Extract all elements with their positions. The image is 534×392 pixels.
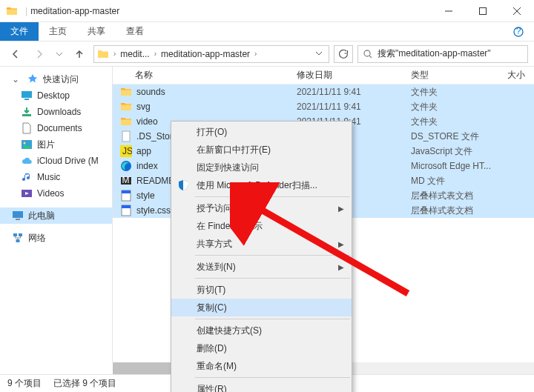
chevron-right-icon: ▶ (338, 263, 344, 271)
maximize-button[interactable] (466, 0, 500, 21)
sidebar-item[interactable]: iCloud Drive (M (0, 153, 112, 169)
column-headers[interactable]: 名称 修改日期 类型 大小 (113, 67, 534, 84)
ctx-defender-scan[interactable]: 使用 Microsoft Defender扫描... (171, 176, 352, 194)
shield-icon (177, 179, 189, 191)
svg-rect-6 (22, 114, 31, 116)
svg-rect-0 (480, 7, 487, 14)
ctx-rename[interactable]: 重命名(M) (171, 357, 352, 375)
svg-point-8 (24, 142, 26, 144)
file-name: README (136, 176, 174, 186)
svg-rect-22 (122, 190, 131, 193)
home-tab[interactable]: 主页 (39, 22, 77, 41)
share-tab[interactable]: 共享 (77, 22, 116, 41)
search-icon (363, 49, 373, 59)
back-button[interactable] (6, 44, 25, 64)
sidebar-item[interactable]: Downloads (0, 104, 112, 120)
music-icon (21, 171, 33, 183)
file-row[interactable]: svg2021/11/11 9:41文件夹 (113, 99, 534, 114)
ctx-open-new-window[interactable]: 在新窗口中打开(E) (171, 141, 352, 159)
title-bar: | meditation-app-master (0, 0, 534, 22)
chevron-right-icon: › (113, 50, 116, 58)
ctx-grant-access[interactable]: 授予访问权限(G)▶ (171, 199, 352, 217)
star-icon (27, 73, 39, 85)
ctx-open[interactable]: 打开(O) (171, 123, 352, 141)
context-divider (195, 377, 350, 378)
sidebar-this-pc[interactable]: 此电脑 (0, 207, 112, 224)
file-type: 层叠样式表文档 (411, 190, 507, 202)
file-name: app (136, 146, 151, 156)
svg-rect-13 (19, 233, 22, 236)
downloads-icon (21, 106, 33, 118)
file-tab[interactable]: 文件 (0, 22, 39, 41)
context-divider (195, 319, 350, 319)
sidebar-network[interactable]: 网络 (0, 230, 112, 246)
ctx-share-with[interactable]: 共享方式▶ (171, 235, 352, 253)
window-title: meditation-app-master (30, 6, 432, 16)
breadcrumb[interactable]: › medit... › meditation-app-master › (93, 45, 329, 63)
ctx-pin-quick[interactable]: 固定到快速访问 (171, 159, 352, 176)
col-type[interactable]: 类型 (411, 69, 507, 82)
file-name: sounds (136, 87, 165, 97)
file-type: DS_STORE 文件 (411, 130, 507, 143)
ctx-show-finder[interactable]: 在 Finder 中显示 (171, 217, 352, 235)
file-row[interactable]: sounds2021/11/11 9:41文件夹 (113, 84, 534, 99)
desktop-icon (21, 90, 33, 102)
ctx-delete[interactable]: 删除(D) (171, 339, 352, 357)
svg-rect-5 (24, 99, 29, 100)
file-type: JavaScript 文件 (411, 145, 507, 158)
context-menu: 打开(O) 在新窗口中打开(E) 固定到快速访问 使用 Microsoft De… (171, 121, 352, 392)
close-button[interactable] (500, 0, 534, 21)
ctx-cut[interactable]: 剪切(T) (171, 281, 352, 299)
sidebar-quick-access[interactable]: ⌄ 快速访问 (0, 71, 112, 87)
chevron-down-icon: ⌄ (12, 74, 19, 84)
file-type: 文件夹 (411, 86, 507, 99)
svg-text:M↓: M↓ (122, 175, 133, 185)
up-button[interactable] (70, 44, 89, 64)
breadcrumb-dropdown[interactable] (311, 49, 327, 59)
svg-rect-24 (122, 205, 131, 208)
sidebar-item[interactable]: Documents (0, 120, 112, 136)
chevron-right-icon: ▶ (338, 240, 344, 248)
sidebar-item[interactable]: Music (0, 169, 112, 185)
ctx-send-to[interactable]: 发送到(N)▶ (171, 258, 352, 276)
col-name[interactable]: 名称 (113, 69, 297, 82)
refresh-button[interactable] (334, 45, 353, 63)
pictures-icon (21, 139, 33, 150)
col-size[interactable]: 大小 (507, 69, 534, 82)
ctx-copy[interactable]: 复制(C) (171, 299, 352, 316)
svg-rect-11 (16, 219, 20, 220)
documents-icon (21, 122, 33, 134)
ribbon-tabs: 文件 主页 共享 查看 ? (0, 22, 534, 41)
view-tab[interactable]: 查看 (116, 22, 154, 41)
chevron-right-icon: › (254, 50, 257, 58)
breadcrumb-seg[interactable]: medit... (119, 49, 151, 59)
file-type: 文件夹 (411, 116, 507, 128)
help-button[interactable]: ? (503, 22, 534, 41)
sidebar-item[interactable]: Videos (0, 185, 112, 202)
col-date[interactable]: 修改日期 (297, 69, 411, 82)
file-type: Microsoft Edge HT... (411, 161, 507, 171)
minimize-button[interactable] (432, 0, 466, 21)
cloud-icon (21, 155, 33, 167)
search-placeholder: 搜索"meditation-app-master" (378, 47, 491, 60)
folder-icon (6, 5, 18, 17)
folder-icon (97, 48, 109, 60)
search-input[interactable]: 搜索"meditation-app-master" (357, 45, 528, 63)
sidebar-item[interactable]: Desktop (0, 87, 112, 104)
history-dropdown[interactable] (53, 44, 65, 64)
ctx-create-shortcut[interactable]: 创建快捷方式(S) (171, 322, 352, 339)
context-divider (195, 255, 350, 256)
svg-rect-10 (13, 211, 23, 218)
pc-icon (12, 210, 24, 222)
breadcrumb-seg[interactable]: meditation-app-master (159, 49, 251, 59)
sidebar-item[interactable]: 图片 (0, 136, 112, 153)
videos-icon (21, 187, 33, 199)
file-name: index (136, 161, 158, 171)
file-date: 2021/11/11 9:41 (297, 102, 411, 112)
chevron-right-icon: ▶ (338, 205, 344, 213)
svg-point-3 (364, 50, 370, 56)
status-selected-count: 已选择 9 个项目 (53, 377, 116, 390)
forward-button[interactable] (30, 44, 49, 64)
ctx-properties[interactable]: 属性(R) (171, 380, 352, 392)
svg-text:JS: JS (122, 146, 132, 156)
